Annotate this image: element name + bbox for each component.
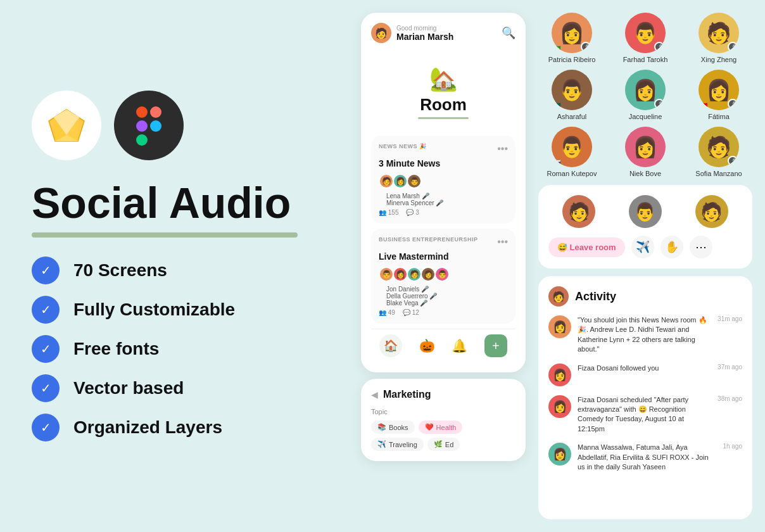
contact-avatar-niek: 👩 <box>625 127 666 167</box>
activity-content-4: Manna Wassalwa, Fatuma Jali, Aya Abdella… <box>578 443 716 472</box>
health-label: Health <box>436 424 457 431</box>
user-avatar: 🧑 <box>371 23 391 43</box>
biz-speaker-1: 👨 <box>379 267 394 282</box>
browse-nav-btn[interactable]: 🎃 <box>419 338 435 353</box>
greeting-block: Good morning Marian Marsh <box>396 25 453 42</box>
speaker-name-2: Minerva Spencer 🎤 <box>386 200 508 206</box>
feature-item-3: ✓ Free fonts <box>32 335 329 363</box>
contact-farhad[interactable]: 👨 🎤 Farhad Tarokh <box>612 13 679 63</box>
phone-card-marketing: ◀ Marketing Topic 📚 Books ❤️ Health ✈️ T… <box>361 379 526 461</box>
feature-item-2: ✓ Fully Customizable <box>32 296 329 324</box>
listener-count-news: 👥 155 <box>379 209 398 216</box>
home-nav-btn[interactable]: 🏠 <box>379 334 402 357</box>
contact-jacqueline[interactable]: 👩 🎤 Jacqueline <box>612 70 679 120</box>
contact-sofia[interactable]: 🧑 🎤 Sofia Manzano <box>685 127 752 177</box>
right-panel: 👩 🇧🇷 🎤 Patricia Ribeiro 👨 🎤 Farhad Tarok… <box>532 0 765 532</box>
contact-patricia[interactable]: 👩 🇧🇷 🎤 Patricia Ribeiro <box>538 13 605 63</box>
books-emoji: 📚 <box>377 423 386 431</box>
check-icon-4: ✓ <box>32 374 60 402</box>
room-controls-card: 🧑 👨 🧑 😅 Leave room ✈️ ✋ ⋯ <box>538 185 752 269</box>
feature-text-1: 70 Screens <box>73 260 167 281</box>
leave-room-button[interactable]: 😅 Leave room <box>548 238 625 257</box>
biz-speaker-name-3: Blake Vega 🎤 <box>386 300 508 307</box>
page-title: Social Audio <box>32 179 329 227</box>
books-label: Books <box>389 424 408 431</box>
room-stats-business: 👥 49 💬 12 <box>379 309 508 316</box>
search-button[interactable]: 🔍 <box>502 26 515 40</box>
contact-fatima[interactable]: 👩 🇵🇹 🎤 Fátima <box>685 70 752 120</box>
biz-speaker-name-1: Jon Daniels 🎤 <box>386 286 508 293</box>
biz-speaker-4: 👩 <box>420 267 436 282</box>
activity-item-3: 👩 Fizaa Dosani scheduled "After party ex… <box>548 395 742 434</box>
check-icon-3: ✓ <box>32 335 60 363</box>
room-card-header-news: NEWS NEWS 🎉 ••• <box>379 143 508 155</box>
contact-avatar-sofia: 🧑 🎤 <box>699 127 739 167</box>
contact-name-farhad: Farhad Tarokh <box>623 56 668 63</box>
feature-text-4: Vector based <box>73 378 184 398</box>
tag-health[interactable]: ❤️ Health <box>419 421 463 434</box>
room-title: Room <box>371 95 515 115</box>
contacts-grid: 👩 🇧🇷 🎤 Patricia Ribeiro 👨 🎤 Farhad Tarok… <box>538 13 752 177</box>
more-options-btn[interactable]: ⋯ <box>690 236 712 258</box>
left-panel: Social Audio ✓ 70 Screens ✓ Fully Custom… <box>0 0 355 532</box>
health-emoji: ❤️ <box>425 423 434 431</box>
activity-time-3: 38m ago <box>718 395 742 402</box>
activity-item-1: 👩 "You should join this News News room 🔥… <box>548 315 742 355</box>
contact-roman[interactable]: 👨 🇷🇺 Roman Kutepov <box>538 127 605 177</box>
room-stats-news: 👥 155 💬 3 <box>379 209 508 216</box>
activity-time-2: 37m ago <box>718 364 742 370</box>
feature-item-5: ✓ Organized Layers <box>32 414 329 441</box>
comment-count-news: 💬 3 <box>406 209 419 216</box>
add-nav-btn[interactable]: + <box>484 334 507 357</box>
room-tag-news: NEWS NEWS 🎉 <box>379 143 427 149</box>
figma-logo <box>114 91 184 160</box>
svg-rect-7 <box>136 106 148 118</box>
svg-rect-10 <box>136 134 148 146</box>
listener-count-biz: 👥 49 <box>379 309 395 316</box>
sketch-logo <box>32 91 101 160</box>
notifications-nav-btn[interactable]: 🔔 <box>452 338 467 353</box>
speaker-avatar-3: 👨 <box>407 174 422 189</box>
tag-traveling[interactable]: ✈️ Traveling <box>371 438 424 451</box>
phone-nav: 🏠 🎃 🔔 + <box>371 329 515 362</box>
contact-avatar-roman: 👨 🇷🇺 <box>552 127 592 167</box>
topic-label: Topic <box>371 408 515 415</box>
activity-header: 🧑 Activity <box>548 286 742 307</box>
contact-avatar-patricia: 👩 🇧🇷 🎤 <box>552 13 592 53</box>
room-card-news[interactable]: NEWS NEWS 🎉 ••• 3 Minute News 🧑 👩 👨 Lena… <box>371 136 515 224</box>
speakers-business: 👨 👩 🧑 👩 👨 <box>379 267 508 282</box>
tag-ed[interactable]: 🌿 Ed <box>427 438 460 451</box>
contact-avatar-fatima: 👩 🇵🇹 🎤 <box>699 70 739 110</box>
back-button[interactable]: ◀ <box>371 390 378 400</box>
tag-books[interactable]: 📚 Books <box>371 421 415 434</box>
activity-text-2: Fizaa Dosani followed you <box>578 364 711 373</box>
raise-hand-btn[interactable]: ✋ <box>661 236 683 258</box>
contact-name-fatima: Fátima <box>708 113 730 120</box>
activity-content-1: "You should join this News News room 🔥🎉.… <box>578 315 711 355</box>
svg-rect-9 <box>136 120 148 132</box>
middle-panel: 🧑 Good morning Marian Marsh 🔍 🏡 Room NEW… <box>355 0 532 532</box>
contact-name-niek: Niek Bove <box>629 170 661 177</box>
activity-title: Activity <box>575 290 616 303</box>
contact-asharaful[interactable]: 👨 🇧🇩 Asharaful <box>538 70 605 120</box>
activity-content-3: Fizaa Dosani scheduled "After party extr… <box>578 395 711 434</box>
marketing-title: Marketing <box>383 389 431 400</box>
contact-niek[interactable]: 👩 Niek Bove <box>612 127 679 177</box>
contact-xing[interactable]: 🧑 🎤 Xing Zheng <box>685 13 752 63</box>
activity-time-1: 31m ago <box>718 315 742 322</box>
contact-name-asharaful: Asharaful <box>557 113 586 120</box>
more-dots-news[interactable]: ••• <box>497 143 508 155</box>
biz-speaker-3: 🧑 <box>407 267 422 282</box>
room-row-avatars: 🧑 👨 🧑 <box>548 195 742 228</box>
marketing-header: ◀ Marketing <box>371 389 515 400</box>
travel-label: Traveling <box>389 441 417 448</box>
room-card-business[interactable]: BUSINESS ENTREPRENEURSHIP ••• Live Maste… <box>371 229 515 324</box>
more-dots-business[interactable]: ••• <box>497 236 508 248</box>
send-icon-btn[interactable]: ✈️ <box>631 236 654 258</box>
room-underline <box>418 117 469 119</box>
room-card-title-news: 3 Minute News <box>379 158 508 168</box>
room-tag-business: BUSINESS ENTREPRENEURSHIP <box>379 236 478 243</box>
activity-item-4: 👩 Manna Wassalwa, Fatuma Jali, Aya Abdel… <box>548 443 742 472</box>
speaker-avatar-2: 👩 <box>393 174 408 189</box>
activity-card: 🧑 Activity 👩 "You should join this News … <box>538 276 752 519</box>
